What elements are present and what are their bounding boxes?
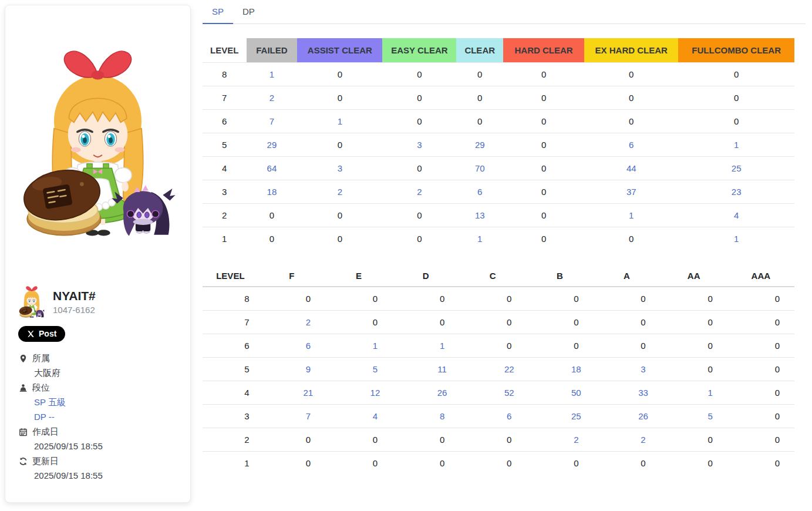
lamp-cell: 0 <box>297 133 382 157</box>
grade-count-link[interactable]: 2 <box>641 435 645 445</box>
lamp-count-link[interactable]: 25 <box>732 163 742 173</box>
lamp-count-link[interactable]: 1 <box>734 140 739 150</box>
lamp-count: 0 <box>417 116 422 126</box>
grade-count-link[interactable]: 4 <box>373 411 378 421</box>
grade-count-link[interactable]: 11 <box>437 364 447 374</box>
lamp-count-link[interactable]: 7 <box>269 116 274 126</box>
lamp-count-link[interactable]: 3 <box>338 163 342 173</box>
lamp-count: 0 <box>541 187 546 197</box>
grade-count-link[interactable]: 18 <box>571 364 581 374</box>
lamp-count: 0 <box>338 69 342 79</box>
lamp-count-link[interactable]: 2 <box>417 187 422 197</box>
grade-count-link[interactable]: 3 <box>641 364 645 374</box>
grade-count-link[interactable]: 6 <box>306 341 311 351</box>
lamp-count-link[interactable]: 23 <box>732 187 742 197</box>
lamp-cell: 0 <box>503 63 584 86</box>
clear-table-row: 464307004425 <box>203 157 794 180</box>
lamp-cell: 1 <box>678 133 794 157</box>
lamp-count: 0 <box>734 116 739 126</box>
level-cell: 5 <box>203 133 247 157</box>
lamp-count-link[interactable]: 1 <box>629 210 634 220</box>
lamp-count-link[interactable]: 70 <box>475 163 485 173</box>
grade-count-link[interactable]: 1 <box>707 388 712 398</box>
grade-count-link[interactable]: 52 <box>504 388 514 398</box>
grade-count-link[interactable]: 22 <box>504 364 514 374</box>
grade-cell: 0 <box>459 334 526 358</box>
level-cell: 6 <box>203 334 258 358</box>
lamp-cell: 1 <box>247 63 298 86</box>
grade-count: 0 <box>440 458 444 468</box>
lamp-count-link[interactable]: 1 <box>477 234 482 244</box>
field-value: 2025/09/15 18:55 <box>34 439 177 453</box>
lamp-cell: 2 <box>382 180 456 204</box>
player-id: 1047-6162 <box>53 305 96 315</box>
grade-cell: 0 <box>727 381 794 405</box>
grade-cell: 33 <box>593 381 660 405</box>
tab-sp[interactable]: SP <box>203 0 233 24</box>
clear-table-header-assist-clear: ASSIST CLEAR <box>297 38 382 63</box>
lamp-count-link[interactable]: 2 <box>269 93 274 103</box>
clear-table-row: 72000000 <box>203 86 794 110</box>
grade-count-link[interactable]: 5 <box>707 411 712 421</box>
lamp-cell: 6 <box>456 180 503 204</box>
grade-count-link[interactable]: 9 <box>306 364 311 374</box>
lamp-count-link[interactable]: 13 <box>475 210 485 220</box>
lamp-count-link[interactable]: 1 <box>734 234 739 244</box>
grade-count: 0 <box>641 458 645 468</box>
clear-lamp-table: LEVELFAILEDASSIST CLEAREASY CLEARCLEARHA… <box>203 38 794 250</box>
grade-count: 0 <box>641 294 645 304</box>
lamp-count: 0 <box>417 163 422 173</box>
lamp-count-link[interactable]: 2 <box>338 187 342 197</box>
lamp-count: 0 <box>417 69 422 79</box>
grade-count-link[interactable]: 1 <box>440 341 444 351</box>
lamp-count: 0 <box>269 234 274 244</box>
grade-cell: 0 <box>526 334 593 358</box>
lamp-count-link[interactable]: 4 <box>734 210 739 220</box>
grade-table-header-e: E <box>325 265 392 287</box>
tab-dp[interactable]: DP <box>233 0 264 23</box>
clear-table-header-failed: FAILED <box>247 38 298 63</box>
grade-count-link[interactable]: 2 <box>574 435 578 445</box>
grade-table-header-a: A <box>593 265 660 287</box>
post-button-label: Post <box>39 329 56 338</box>
lamp-count-link[interactable]: 6 <box>477 187 482 197</box>
lamp-count-link[interactable]: 1 <box>338 116 342 126</box>
grade-count-link[interactable]: 5 <box>373 364 378 374</box>
field-value: 2025/09/15 18:55 <box>34 468 177 483</box>
grade-count-link[interactable]: 21 <box>303 388 313 398</box>
lamp-count-link[interactable]: 37 <box>626 187 636 197</box>
grade-table-row: 720000000 <box>203 311 794 334</box>
grade-count-link[interactable]: 6 <box>507 411 511 421</box>
grade-count-link[interactable]: 50 <box>571 388 581 398</box>
grade-cell: 26 <box>392 381 459 405</box>
grade-table-header-f: F <box>258 265 325 287</box>
lamp-count-link[interactable]: 1 <box>269 69 274 79</box>
lamp-count: 0 <box>417 210 422 220</box>
level-cell: 2 <box>203 428 258 452</box>
field-value[interactable]: SP 五級 <box>34 395 177 409</box>
grade-count-link[interactable]: 25 <box>571 411 581 421</box>
grade-cell: 7 <box>258 405 325 428</box>
level-cell: 8 <box>203 63 247 86</box>
grade-cell: 2 <box>593 428 660 452</box>
grade-count-link[interactable]: 26 <box>638 411 648 421</box>
grade-count-link[interactable]: 1 <box>373 341 378 351</box>
lamp-count-link[interactable]: 18 <box>267 187 277 197</box>
lamp-cell: 2 <box>247 86 298 110</box>
lamp-count-link[interactable]: 3 <box>417 140 422 150</box>
grade-count-link[interactable]: 33 <box>638 388 648 398</box>
grade-cell: 0 <box>258 452 325 475</box>
grade-count-link[interactable]: 2 <box>306 317 311 327</box>
x-post-button[interactable]: Post <box>18 326 65 342</box>
grade-count-link[interactable]: 7 <box>306 411 311 421</box>
lamp-count-link[interactable]: 6 <box>629 140 634 150</box>
lamp-count-link[interactable]: 64 <box>267 163 277 173</box>
grade-count-link[interactable]: 8 <box>440 411 444 421</box>
grade-count-link[interactable]: 26 <box>437 388 447 398</box>
field-value[interactable]: DP -- <box>34 409 177 424</box>
x-logo-icon <box>27 330 35 338</box>
lamp-count-link[interactable]: 29 <box>267 140 277 150</box>
lamp-count-link[interactable]: 29 <box>475 140 485 150</box>
lamp-count-link[interactable]: 44 <box>626 163 636 173</box>
grade-count-link[interactable]: 12 <box>370 388 380 398</box>
